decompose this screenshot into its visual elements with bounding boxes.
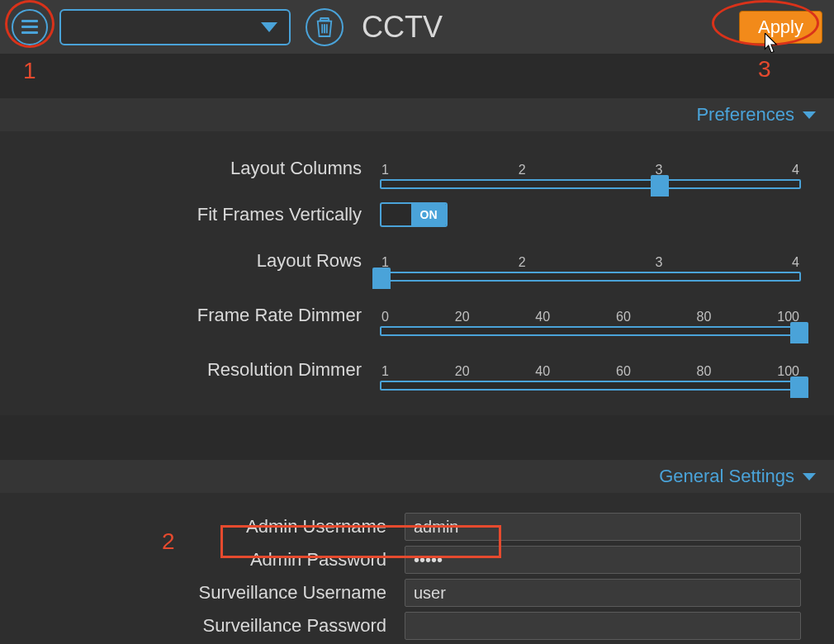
- resolution-dimmer-slider[interactable]: 1 20 40 60 80 100: [380, 349, 801, 391]
- top-bar: CCTV Apply: [0, 0, 834, 54]
- section-title-general: General Settings: [659, 466, 794, 487]
- resolution-dimmer-label: Resolution Dimmer: [33, 359, 380, 381]
- layout-columns-slider[interactable]: 1 2 3 4: [380, 148, 801, 189]
- admin-password-input[interactable]: [405, 546, 801, 574]
- layout-columns-label: Layout Columns: [33, 158, 380, 179]
- chevron-down-icon: [803, 111, 816, 119]
- fit-frames-toggle[interactable]: ON: [380, 202, 448, 227]
- surveillance-password-label: Surveillance Password: [33, 615, 405, 637]
- trash-icon[interactable]: [306, 8, 344, 46]
- section-title-preferences: Preferences: [696, 104, 794, 125]
- slider-ticks: 1 2 3 4: [380, 163, 801, 178]
- layout-rows-label: Layout Rows: [33, 250, 380, 272]
- admin-password-label: Admin Password: [33, 549, 405, 571]
- admin-username-label: Admin Username: [33, 516, 405, 537]
- surveillance-username-input[interactable]: [405, 579, 801, 607]
- frame-rate-dimmer-label: Frame Rate Dimmer: [33, 305, 380, 326]
- section-header-preferences[interactable]: Preferences: [0, 98, 834, 131]
- surveillance-password-input[interactable]: [405, 612, 801, 640]
- slider-ticks: 1 20 40 60 80 100: [380, 364, 801, 379]
- fit-frames-label: Fit Frames Vertically: [33, 204, 380, 225]
- slider-ticks: 1 2 3 4: [380, 255, 801, 270]
- toggle-state: ON: [411, 204, 446, 225]
- preferences-panel: Layout Columns 1 2 3 4 Fit Frames Vertic…: [0, 131, 834, 415]
- layout-rows-slider[interactable]: 1 2 3 4: [380, 240, 801, 282]
- admin-username-input[interactable]: [405, 513, 801, 541]
- section-header-general[interactable]: General Settings: [0, 460, 834, 493]
- page-title: CCTV: [362, 10, 443, 45]
- chevron-down-icon: [803, 473, 816, 481]
- chevron-down-icon: [261, 22, 277, 32]
- slider-ticks: 0 20 40 60 80 100: [380, 310, 801, 324]
- menu-icon[interactable]: [12, 9, 48, 45]
- general-settings-panel: Admin Username Admin Password Surveillan…: [0, 493, 834, 644]
- apply-button[interactable]: Apply: [739, 11, 822, 44]
- frame-rate-dimmer-slider[interactable]: 0 20 40 60 80 100: [380, 295, 801, 336]
- preset-dropdown[interactable]: [59, 9, 291, 45]
- surveillance-username-label: Surveillance Username: [33, 582, 405, 604]
